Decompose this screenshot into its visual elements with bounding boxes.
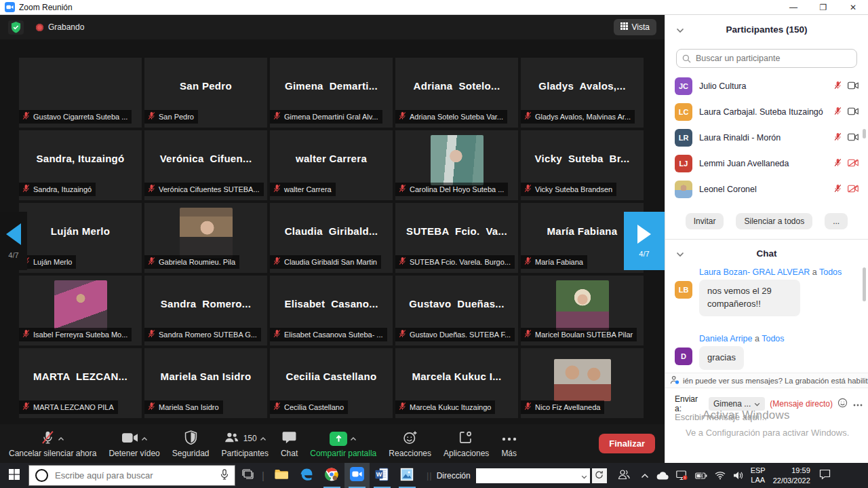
participant-name-label: Mariela San Isidro: [144, 400, 223, 414]
taskbar-clock[interactable]: 19:59 22/03/2022: [773, 466, 810, 485]
toolbar-button-cancelar-silenciar-ahora[interactable]: Cancelar silenciar ahora: [3, 424, 102, 463]
toolbar-button-seguridad[interactable]: Seguridad: [166, 424, 216, 463]
display-alert-icon[interactable]: !: [676, 470, 688, 481]
toolbar-button-label: Chat: [281, 449, 298, 458]
participant-display-name: MARTA LEZCAN...: [19, 348, 142, 405]
security-shield-icon[interactable]: [8, 20, 24, 35]
cloud-icon[interactable]: [656, 472, 669, 480]
toolbar-button-compartir-pantalla[interactable]: Compartir pantalla: [304, 424, 382, 463]
taskbar-app-edge[interactable]: [294, 463, 319, 488]
taskbar-app-zoomapp[interactable]: [344, 463, 370, 488]
participant-tile[interactable]: Carolina Del Hoyo Suteba ...: [395, 130, 518, 200]
participant-list-item[interactable]: LR Laura Rinaldi - Morón: [665, 125, 868, 151]
participant-tile[interactable]: San Pedro San Pedro: [144, 58, 267, 128]
participants-scrollbar[interactable]: [863, 129, 866, 138]
end-meeting-button[interactable]: Finalizar: [599, 434, 655, 453]
participant-list-item[interactable]: JC Julio Cultura: [665, 73, 868, 99]
participant-list-item[interactable]: LC Laura Carbajal. Suteba Ituzaingó: [665, 99, 868, 125]
clock-date: 22/03/2022: [773, 476, 810, 485]
chevron-up-icon[interactable]: [350, 434, 357, 443]
participant-tile[interactable]: Claudia Giribald... Claudia Giribaldi Sa…: [270, 203, 393, 273]
language-indicator[interactable]: ESP LAA: [751, 466, 766, 485]
start-button[interactable]: [0, 463, 28, 488]
participant-tile[interactable]: Mariela San Isidro Mariela San Isidro: [144, 348, 267, 418]
previous-page-button[interactable]: 4/7: [0, 212, 27, 270]
next-page-button[interactable]: 4/7: [624, 212, 665, 270]
taskbar-search-input[interactable]: [54, 470, 215, 481]
participant-tile[interactable]: Nico Fiz Avellaneda: [521, 348, 644, 418]
toolbar-button-detener-v-deo[interactable]: Detener vídeo: [102, 424, 165, 463]
invite-button[interactable]: Invitar: [686, 213, 724, 229]
minimize-button[interactable]: —: [778, 0, 808, 14]
chevron-up-icon[interactable]: [58, 434, 64, 443]
participant-list-item[interactable]: Leonel Coronel: [665, 176, 868, 202]
participant-list-item[interactable]: LJ Lemmi Juan Avellaneda: [665, 151, 868, 176]
close-button[interactable]: ✕: [838, 0, 868, 14]
participant-tile[interactable]: Elisabet Casano... Elisabet Casanova Sut…: [270, 276, 393, 345]
zoomapp-icon: [350, 467, 364, 484]
address-input[interactable]: [476, 468, 590, 483]
participant-tile[interactable]: Gustavo Dueñas... Gustavo Dueñas. SUTEBA…: [395, 276, 518, 345]
battery-icon[interactable]: [695, 472, 707, 479]
participant-tile[interactable]: Maricel Boulan SUTEBA Pilar: [521, 276, 644, 345]
message-sender[interactable]: Laura Bozan- GRAL ALVEAR: [699, 267, 810, 277]
chevron-down-icon[interactable]: [676, 249, 684, 259]
message-recipient[interactable]: Todos: [762, 334, 784, 343]
mic-muted-icon: [273, 402, 281, 412]
participant-tile[interactable]: Gimena Demarti... Gimena Demartini Gral …: [270, 58, 393, 128]
participant-tile[interactable]: Adriana Sotelo... Adriana Sotelo Suteba …: [395, 58, 518, 128]
toolbar-button-chat[interactable]: Chat: [275, 424, 304, 463]
taskbar-app-photos[interactable]: [395, 463, 420, 488]
participant-tile[interactable]: Vicky Suteba Br... Vicky Suteba Brandsen: [521, 130, 644, 200]
windows-activation-watermark-sub: Ve a Configuración para activar Windows.: [686, 428, 849, 438]
clock-time: 19:59: [773, 466, 810, 475]
participant-tile[interactable]: Sandra Romero... Sandra Romero SUTEBA G.…: [144, 276, 267, 345]
toolbar-button-m-s[interactable]: Más: [495, 424, 523, 463]
emoji-icon[interactable]: [837, 398, 848, 410]
toolbar-button-aplicaciones[interactable]: Aplicaciones: [437, 424, 495, 463]
taskbar-app-word[interactable]: W: [370, 463, 395, 488]
participant-tile[interactable]: Isabel Ferreyra Suteba Mo...: [19, 276, 142, 345]
view-button[interactable]: Vista: [614, 19, 656, 35]
toolbar-button-participantes[interactable]: 150 Participantes: [216, 424, 275, 463]
task-view-button[interactable]: [235, 463, 260, 488]
action-center-button[interactable]: [813, 463, 837, 488]
chevron-up-icon[interactable]: [141, 434, 148, 443]
participant-tile[interactable]: Marcela Kukuc I... Marcela Kukuc Ituzain…: [395, 348, 518, 418]
participant-tile[interactable]: Gustavo Cigarreta Suteba ...: [19, 58, 142, 128]
participant-tile[interactable]: walter Carrera walter Carrera: [270, 130, 393, 200]
taskbar-app-chrome[interactable]: [319, 463, 344, 488]
participant-tile[interactable]: Gladys Avalos,... Gladys Avalos, Malvina…: [521, 58, 644, 128]
privacy-text: ién puede ver sus mensajes? La grabación…: [683, 377, 868, 385]
chevron-down-icon[interactable]: [676, 25, 684, 35]
more-actions-button[interactable]: ...: [825, 213, 848, 229]
chevron-up-icon[interactable]: [641, 473, 649, 478]
microphone-icon[interactable]: [220, 469, 229, 483]
message-recipient[interactable]: Todos: [819, 267, 842, 277]
participant-tile[interactable]: MARTA LEZCAN... MARTA LEZCANO PILA: [19, 348, 142, 418]
chat-message-input[interactable]: Escribir mensaje aquí...: [675, 412, 767, 422]
chat-scrollbar[interactable]: [863, 267, 866, 301]
people-button[interactable]: [612, 463, 635, 488]
toolbar-button-reacciones[interactable]: Reacciones: [382, 424, 437, 463]
recipient-dropdown[interactable]: Gimena ...: [709, 397, 765, 411]
mic-muted-icon: [22, 402, 31, 412]
mute-all-button[interactable]: Silenciar a todos: [736, 213, 812, 229]
participant-tile[interactable]: Sandra, Ituzaingó Sandra, Ituzaingó: [19, 130, 142, 200]
participant-tile[interactable]: Cecilia Castellano Cecilia Castellano: [270, 348, 393, 418]
speaker-icon[interactable]: [733, 471, 744, 480]
maximize-button[interactable]: ❐: [808, 0, 838, 14]
participant-tile[interactable]: SUTEBA Fcio. Va... SUTEBA Fcio. Varela. …: [395, 203, 518, 273]
chevron-down-icon[interactable]: [581, 470, 587, 482]
refresh-button[interactable]: [592, 468, 607, 483]
participant-display-name: Verónica Cifuen...: [144, 130, 267, 187]
message-sender[interactable]: Daniela Arripe: [699, 334, 753, 343]
participant-tile[interactable]: Gabriela Roumieu. Pila: [144, 203, 267, 273]
taskbar-app-folder[interactable]: [269, 463, 294, 488]
chevron-up-icon[interactable]: [260, 434, 267, 443]
more-options-icon[interactable]: [853, 399, 863, 409]
wifi-icon[interactable]: [715, 471, 726, 480]
participant-tile[interactable]: Verónica Cifuen... Verónica Cifuentes SU…: [144, 130, 267, 200]
participant-search-input[interactable]: [676, 49, 857, 68]
participant-tile[interactable]: Luján Merlo Luján Merlo: [19, 203, 142, 273]
